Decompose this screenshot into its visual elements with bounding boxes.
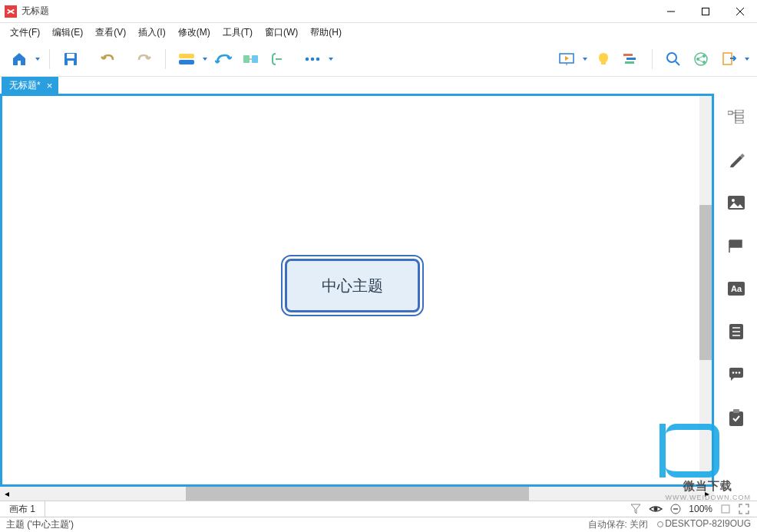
save-button[interactable]: [58, 46, 84, 72]
window-controls: [653, 0, 757, 23]
document-tab[interactable]: 无标题* ×: [2, 77, 58, 94]
svg-rect-1: [702, 8, 709, 15]
center-topic-node[interactable]: 中心主题: [285, 259, 420, 312]
home-dropdown[interactable]: [34, 46, 41, 72]
scroll-right-icon[interactable]: ▸: [700, 487, 714, 501]
share-button[interactable]: [688, 46, 714, 72]
export-dropdown[interactable]: [743, 46, 751, 72]
svg-point-20: [667, 53, 676, 62]
menu-edit[interactable]: 编辑(E): [47, 25, 88, 41]
relationship-button[interactable]: [210, 46, 236, 72]
hscroll-thumb[interactable]: [186, 487, 529, 501]
export-button[interactable]: [716, 46, 742, 72]
presentation-button[interactable]: [554, 46, 580, 72]
vertical-scroll-thumb[interactable]: [699, 205, 712, 360]
svg-rect-6: [68, 61, 74, 65]
svg-point-14: [316, 57, 320, 61]
status-autosave: 自动保存: 关闭: [588, 518, 649, 531]
image-panel-button[interactable]: [724, 192, 749, 213]
svg-rect-32: [736, 110, 743, 113]
status-hostname: DESKTOP-82I9OUG: [657, 518, 751, 531]
notes-panel-button[interactable]: [724, 321, 749, 342]
gantt-button[interactable]: [618, 46, 644, 72]
svg-point-44: [735, 372, 737, 374]
svg-rect-19: [625, 61, 634, 64]
scroll-left-icon[interactable]: ◂: [0, 487, 14, 501]
svg-rect-17: [623, 54, 633, 56]
sheet-tab[interactable]: 画布 1: [0, 501, 45, 517]
summary-button[interactable]: [266, 46, 292, 72]
status-indicator-icon: [657, 521, 663, 527]
svg-point-13: [311, 57, 315, 61]
search-button[interactable]: [660, 46, 686, 72]
text-panel-button[interactable]: Aa: [724, 278, 749, 299]
undo-button[interactable]: [94, 46, 121, 72]
separator: [165, 49, 166, 69]
right-panel: Aa: [714, 94, 757, 487]
document-tabbar: 无标题* ×: [0, 77, 757, 94]
svg-point-45: [738, 372, 740, 374]
horizontal-scrollbar[interactable]: ◂ ▸: [0, 487, 714, 501]
tab-close-icon[interactable]: ×: [47, 81, 53, 91]
idea-button[interactable]: [590, 46, 617, 72]
outline-panel-button[interactable]: [724, 106, 749, 127]
menu-file[interactable]: 文件(F): [5, 25, 45, 41]
menu-modify[interactable]: 修改(M): [173, 25, 216, 41]
svg-rect-10: [252, 55, 258, 63]
fullscreen-button[interactable]: [739, 504, 749, 514]
boundary-button[interactable]: [238, 46, 264, 72]
svg-text:Aa: Aa: [730, 284, 742, 293]
svg-rect-7: [179, 54, 194, 58]
menubar: 文件(F) 编辑(E) 查看(V) 插入(I) 修改(M) 工具(T) 窗口(W…: [0, 23, 757, 41]
presentation-dropdown[interactable]: [581, 46, 589, 72]
sheetbar: 画布 1 100%: [0, 501, 757, 517]
maximize-button[interactable]: [688, 0, 722, 23]
menu-view[interactable]: 查看(V): [90, 25, 131, 41]
menu-insert[interactable]: 插入(I): [133, 25, 170, 41]
filter-icon[interactable]: [630, 504, 641, 514]
titlebar: 无标题: [0, 0, 757, 23]
status-selection: 主题 ('中心主题'): [6, 518, 74, 531]
format-panel-button[interactable]: [724, 149, 749, 170]
svg-line-26: [699, 56, 703, 58]
svg-rect-33: [736, 115, 743, 118]
more-dropdown[interactable]: [327, 46, 335, 72]
canvas[interactable]: 中心主题: [2, 96, 699, 484]
zoom-level[interactable]: 100%: [689, 504, 712, 514]
svg-line-27: [699, 60, 703, 62]
task-panel-button[interactable]: [724, 407, 749, 428]
window-title: 无标题: [21, 5, 653, 18]
marker-panel-button[interactable]: [724, 235, 749, 256]
svg-point-12: [306, 57, 309, 61]
toolbar: [0, 41, 757, 77]
comments-panel-button[interactable]: [724, 364, 749, 385]
workspace: 中心主题 Aa: [0, 94, 757, 487]
hscroll-track[interactable]: [14, 487, 700, 501]
svg-point-36: [732, 199, 735, 202]
menu-tools[interactable]: 工具(T): [217, 25, 258, 41]
svg-rect-9: [243, 55, 250, 63]
vertical-scrollbar[interactable]: [699, 96, 712, 484]
topic-dropdown[interactable]: [201, 46, 209, 72]
svg-rect-51: [722, 505, 729, 513]
minimize-button[interactable]: [653, 0, 688, 23]
home-button[interactable]: [6, 46, 32, 72]
menu-help[interactable]: 帮助(H): [305, 25, 347, 41]
menu-window[interactable]: 窗口(W): [259, 25, 303, 41]
svg-rect-5: [67, 54, 74, 58]
topic-button[interactable]: [174, 46, 200, 72]
separator: [652, 49, 653, 69]
zoom-out-button[interactable]: [670, 504, 681, 514]
svg-rect-47: [733, 409, 739, 413]
fit-button[interactable]: [720, 504, 731, 514]
svg-rect-34: [736, 121, 743, 124]
statusbar: 主题 ('中心主题') 自动保存: 关闭 DESKTOP-82I9OUG: [0, 517, 757, 532]
svg-rect-18: [626, 58, 636, 60]
more-button[interactable]: [299, 46, 326, 72]
close-button[interactable]: [722, 0, 757, 23]
eye-icon[interactable]: [649, 504, 663, 514]
svg-rect-29: [728, 111, 732, 114]
redo-button[interactable]: [131, 46, 157, 72]
svg-point-43: [732, 372, 734, 374]
svg-line-21: [676, 61, 679, 65]
